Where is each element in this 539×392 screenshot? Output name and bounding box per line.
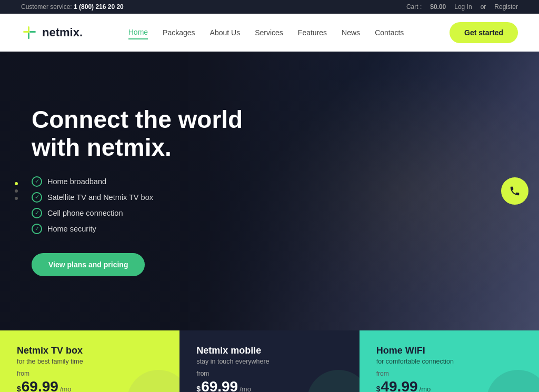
card-header: Netmix TV box for the best family time bbox=[17, 345, 163, 365]
get-started-button[interactable]: Get started bbox=[450, 22, 518, 43]
svg-rect-1 bbox=[23, 31, 29, 33]
price-period: /mo bbox=[60, 385, 72, 392]
card-title: Netmix mobile bbox=[196, 345, 342, 356]
card-subtitle: for comfortable connection bbox=[376, 358, 522, 365]
hero-section: Connect the world with netmix. ✓ Home br… bbox=[0, 52, 539, 330]
feature-text: Home broadband bbox=[47, 177, 106, 186]
logo-text: netmix. bbox=[42, 26, 83, 39]
feature-item: ✓ Home broadband bbox=[32, 176, 243, 187]
hero-title: Connect the world with netmix. bbox=[32, 106, 243, 162]
price-period: /mo bbox=[239, 385, 251, 392]
hero-content: Connect the world with netmix. ✓ Home br… bbox=[0, 106, 274, 276]
hero-features-list: ✓ Home broadband ✓ Satellite TV and Netm… bbox=[32, 176, 243, 234]
nav-contacts[interactable]: Contacts bbox=[375, 26, 404, 39]
card-subtitle: stay in touch everywhere bbox=[196, 358, 342, 365]
pricing-strip: Netmix TV box for the best family time f… bbox=[0, 330, 539, 392]
nav-services[interactable]: Services bbox=[255, 26, 283, 39]
phone-icon bbox=[509, 185, 521, 197]
main-nav: Home Packages About Us Services Features… bbox=[128, 26, 404, 39]
feature-text: Home security bbox=[47, 225, 96, 233]
top-bar-right: Cart : $0.00 Log In or Register bbox=[406, 3, 518, 11]
check-icon: ✓ bbox=[32, 176, 42, 187]
hero-title-line2: with netmix. bbox=[32, 134, 172, 161]
currency-symbol: $ bbox=[17, 385, 21, 392]
check-icon: ✓ bbox=[32, 192, 42, 203]
nav-packages[interactable]: Packages bbox=[163, 26, 195, 39]
site-logo[interactable]: netmix. bbox=[21, 24, 83, 41]
svg-rect-3 bbox=[29, 31, 36, 33]
register-link[interactable]: Register bbox=[494, 3, 518, 11]
cart-label: Cart : bbox=[406, 3, 422, 11]
price-value: 69.99 bbox=[201, 378, 238, 392]
pricing-card-wifi: Home WIFI for comfortable connection fro… bbox=[360, 330, 539, 392]
view-plans-button[interactable]: View plans and pricing bbox=[32, 253, 145, 276]
check-icon: ✓ bbox=[32, 224, 42, 234]
feature-text: Satellite TV and Netmix TV box bbox=[47, 193, 153, 202]
customer-service: Customer service: 1 (800) 216 20 20 bbox=[21, 3, 124, 11]
check-icon: ✓ bbox=[32, 208, 42, 218]
site-header: netmix. Home Packages About Us Services … bbox=[0, 14, 539, 52]
price-value: 49.99 bbox=[381, 378, 417, 392]
nav-home[interactable]: Home bbox=[128, 26, 148, 39]
nav-features[interactable]: Features bbox=[298, 26, 327, 39]
hero-title-line1: Connect the world bbox=[32, 106, 243, 133]
logo-icon bbox=[21, 24, 38, 41]
price-value: 69.99 bbox=[22, 378, 58, 392]
pricing-card-tv: Netmix TV box for the best family time f… bbox=[0, 330, 179, 392]
svg-rect-2 bbox=[28, 33, 29, 39]
phone-button[interactable] bbox=[501, 177, 528, 205]
card-header: Netmix mobile stay in touch everywhere bbox=[196, 345, 342, 365]
card-title: Home WIFI bbox=[376, 345, 522, 356]
card-header: Home WIFI for comfortable connection bbox=[376, 345, 522, 365]
currency-symbol: $ bbox=[196, 385, 201, 392]
or-separator: or bbox=[481, 3, 486, 11]
feature-text: Cell phone connection bbox=[47, 209, 123, 217]
feature-item: ✓ Home security bbox=[32, 224, 243, 234]
cart-amount[interactable]: $0.00 bbox=[430, 3, 446, 11]
card-title: Netmix TV box bbox=[17, 345, 163, 356]
feature-item: ✓ Satellite TV and Netmix TV box bbox=[32, 192, 243, 203]
pricing-card-mobile: Netmix mobile stay in touch everywhere f… bbox=[179, 330, 359, 392]
price-period: /mo bbox=[420, 385, 431, 392]
feature-item: ✓ Cell phone connection bbox=[32, 208, 243, 218]
top-bar: Customer service: 1 (800) 216 20 20 Cart… bbox=[0, 0, 539, 14]
currency-symbol: $ bbox=[376, 385, 381, 392]
service-label: Customer service: bbox=[21, 3, 72, 11]
nav-about[interactable]: About Us bbox=[210, 26, 241, 39]
card-subtitle: for the best family time bbox=[17, 358, 163, 365]
login-link[interactable]: Log In bbox=[454, 3, 472, 11]
service-phone: 1 (800) 216 20 20 bbox=[74, 3, 124, 11]
nav-news[interactable]: News bbox=[342, 26, 360, 39]
